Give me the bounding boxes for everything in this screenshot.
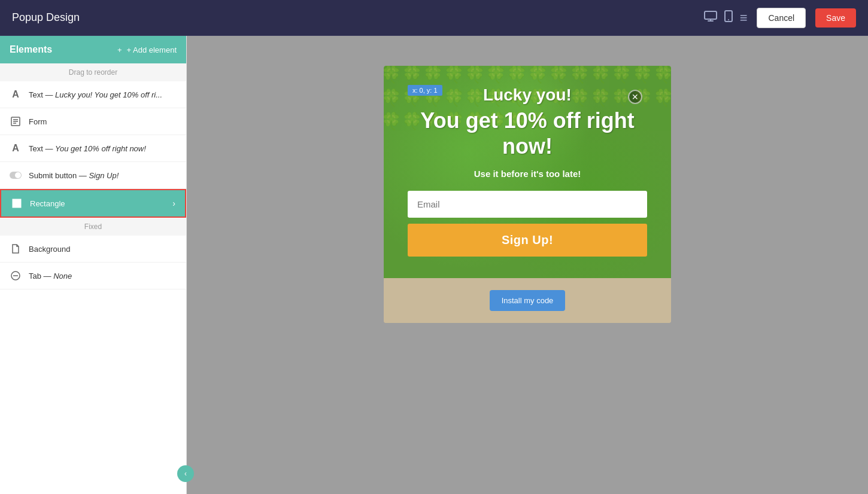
element-label: Text — You get 10% off right now! [29,144,146,153]
drag-hint: Drag to reorder [0,63,186,81]
menu-icon[interactable]: ≡ [740,10,748,26]
desktop-icon[interactable] [704,11,717,25]
sidebar-item-submit[interactable]: Submit button — Sign Up! [0,162,186,189]
preview-bottom: Install my code [384,278,671,323]
svg-rect-9 [13,199,21,208]
element-label: Tab — None [29,272,72,280]
signup-button[interactable]: Sign Up! [408,224,647,257]
chevron-right-icon: › [172,199,175,208]
canvas: x: 0, y: 1 ✕ Lucky you! You get 10% off … [187,36,868,494]
sidebar-item-background[interactable]: Background [0,236,186,263]
sidebar-item-text-2[interactable]: A Text — You get 10% off right now! [0,135,186,162]
sidebar-item-form[interactable]: Form [0,108,186,135]
sidebar-item-rectangle[interactable]: Rectangle › [0,189,186,218]
view-toggle: ≡ [704,10,748,26]
popup-overlay: x: 0, y: 1 ✕ Lucky you! You get 10% off … [384,66,671,278]
element-label: Form [29,117,47,126]
popup-modal: x: 0, y: 1 ✕ Lucky you! You get 10% off … [384,66,671,278]
element-label: Text — Lucky you! You get 10% off ri... [29,90,162,99]
svg-point-8 [15,172,21,178]
popup-headline-1: Lucky you! [408,85,647,105]
sidebar-title: Elements [10,44,52,55]
close-button[interactable]: ✕ [628,90,642,104]
main-layout: Elements + + Add element Drag to reorder… [0,36,868,494]
text-icon-2: A [10,142,22,154]
rectangle-icon [11,197,23,209]
coordinates-badge: x: 0, y: 1 [408,85,442,96]
sidebar-header: Elements + + Add element [0,36,186,63]
cancel-button[interactable]: Cancel [757,8,806,28]
text-icon: A [10,89,22,100]
email-input[interactable] [408,191,647,218]
popup-headline-2: You get 10% off right now! [408,108,647,159]
sidebar-item-tab[interactable]: Tab — None [0,263,186,289]
save-button[interactable]: Save [815,8,856,28]
sidebar-item-text-1[interactable]: A Text — Lucky you! You get 10% off ri..… [0,81,186,108]
preview-frame: x: 0, y: 1 ✕ Lucky you! You get 10% off … [384,66,671,323]
svg-point-2 [728,19,729,20]
form-icon [10,115,22,127]
mobile-icon[interactable] [724,10,733,25]
fixed-section-label: Fixed [0,218,186,236]
sidebar-collapse-button[interactable]: ‹ [177,465,194,482]
toggle-icon [10,169,22,181]
page-title: Popup Design [12,11,80,24]
close-icon: ✕ [632,92,639,102]
plus-icon: + [117,45,122,54]
popup-content: x: 0, y: 1 ✕ Lucky you! You get 10% off … [408,85,647,257]
header-actions: ≡ Cancel Save [704,8,856,28]
element-label: Rectangle [30,199,65,208]
element-label: Submit button — Sign Up! [29,171,119,180]
add-element-button[interactable]: + + Add element [117,45,177,54]
header: Popup Design ≡ Cancel Save [0,0,868,36]
popup-body-text: Use it before it's too late! [408,169,647,179]
block-icon [10,270,22,282]
file-icon [10,243,22,255]
element-label: Background [29,245,70,254]
install-button[interactable]: Install my code [490,290,566,311]
svg-rect-0 [705,11,717,19]
sidebar: Elements + + Add element Drag to reorder… [0,36,187,494]
chevron-left-icon: ‹ [184,469,187,478]
